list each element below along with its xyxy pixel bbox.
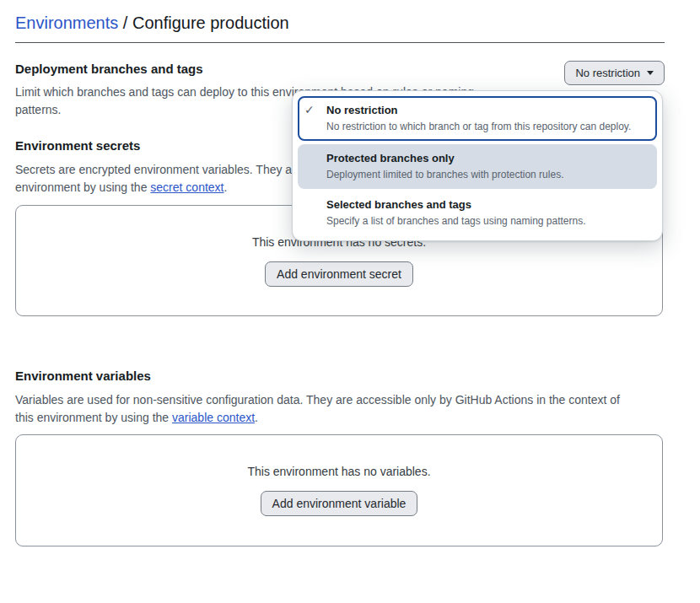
breadcrumb-separator: / — [118, 13, 132, 32]
breadcrumb-current: Configure production — [132, 13, 289, 32]
check-icon-spacer — [304, 150, 326, 182]
description-text: this environment by using the — [15, 411, 172, 424]
variables-empty-text: This environment has no variables. — [247, 465, 430, 478]
menu-option-no-restriction[interactable]: ✓ No restriction No restriction to which… — [298, 96, 657, 141]
chevron-down-icon — [647, 71, 654, 75]
menu-option-label: Protected branches only — [326, 150, 563, 166]
variable-context-link[interactable]: variable context — [172, 411, 255, 424]
menu-option-content: Selected branches and tags Specify a lis… — [326, 197, 586, 229]
secret-context-link[interactable]: secret context — [150, 180, 223, 194]
add-environment-secret-button[interactable]: Add environment secret — [265, 261, 413, 287]
restriction-dropdown-label: No restriction — [575, 67, 640, 79]
variables-description: Variables are used for non-sensitive con… — [15, 391, 665, 427]
breadcrumb: Environments / Configure production — [15, 11, 665, 43]
description-line: this environment by using the variable c… — [15, 409, 665, 427]
deployment-restriction-dropdown-menu: ✓ No restriction No restriction to which… — [292, 90, 663, 241]
check-icon-spacer — [304, 197, 326, 229]
breadcrumb-link-environments[interactable]: Environments — [15, 13, 118, 32]
check-icon: ✓ — [304, 102, 326, 134]
description-text: . — [223, 180, 227, 194]
menu-option-description: Specify a list of branches and tags usin… — [326, 214, 586, 229]
add-environment-variable-button[interactable]: Add environment variable — [261, 491, 418, 516]
environment-config-page: Environments / Configure production Depl… — [0, 0, 700, 603]
description-text: . — [255, 411, 258, 424]
description-text: environment by using the — [15, 180, 150, 194]
menu-option-content: No restriction No restriction to which b… — [326, 102, 631, 134]
menu-option-protected-branches[interactable]: Protected branches only Deployment limit… — [298, 144, 657, 189]
menu-option-description: Deployment limited to branches with prot… — [326, 168, 563, 182]
restriction-dropdown-button[interactable]: No restriction — [564, 61, 665, 85]
menu-option-label: No restriction — [326, 102, 631, 118]
menu-option-description: No restriction to which branch or tag fr… — [326, 120, 631, 134]
menu-option-label: Selected branches and tags — [326, 197, 586, 213]
menu-option-content: Protected branches only Deployment limit… — [326, 150, 563, 182]
description-line: Variables are used for non-sensitive con… — [15, 391, 665, 409]
menu-option-selected-branches[interactable]: Selected branches and tags Specify a lis… — [298, 191, 657, 235]
secrets-heading: Environment secrets — [15, 137, 140, 154]
variables-empty-box: This environment has no variables. Add e… — [15, 434, 663, 546]
variables-heading: Environment variables — [15, 368, 151, 385]
